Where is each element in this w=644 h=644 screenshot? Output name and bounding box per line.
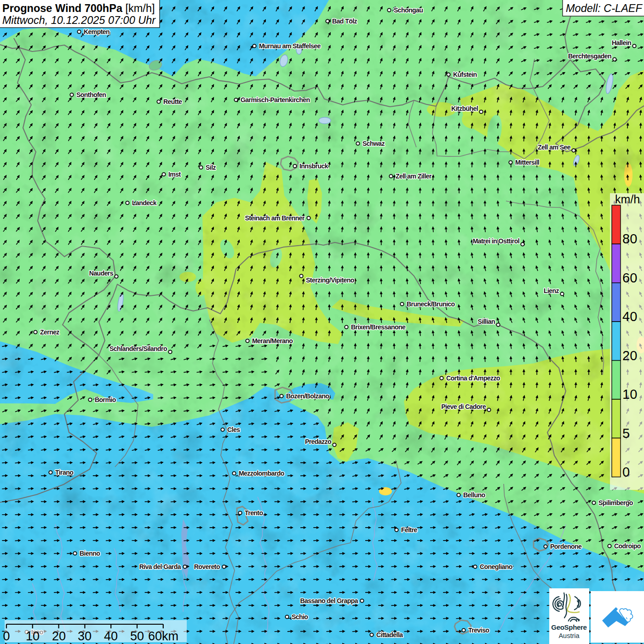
svg-text:Feltre: Feltre [401,526,418,534]
svg-text:50: 50 [130,629,144,643]
svg-text:Spilimbergo: Spilimbergo [598,499,633,506]
svg-text:Predazzo: Predazzo [305,438,331,445]
svg-text:Mittersill: Mittersill [515,159,539,166]
svg-text:Landeck: Landeck [132,199,157,207]
svg-text:60: 60 [622,270,637,285]
svg-text:Kitzbühel: Kitzbühel [451,105,478,112]
svg-text:0: 0 [622,465,630,479]
svg-text:Sonthofen: Sonthofen [76,91,106,98]
svg-text:Murnau am Staffelsee: Murnau am Staffelsee [259,42,321,50]
svg-text:Silz: Silz [206,164,216,171]
svg-text:Prognose Wind 700hPa [km/h]: Prognose Wind 700hPa [km/h] [2,2,155,14]
svg-text:Meran/Merano: Meran/Merano [252,337,293,345]
svg-text:Zernez: Zernez [40,328,59,336]
svg-text:Sillian: Sillian [478,318,495,325]
svg-text:Pieve di Cadore: Pieve di Cadore [441,403,486,410]
svg-text:Conegliano: Conegliano [480,563,512,570]
svg-text:Schlanders/Silandro: Schlanders/Silandro [109,345,167,352]
svg-text:Matrei in Osttirol: Matrei in Osttirol [473,237,519,245]
svg-text:Trento: Trento [245,509,263,517]
svg-text:Bienno: Bienno [80,550,100,557]
svg-text:20: 20 [622,348,637,363]
svg-text:Schio: Schio [292,613,308,621]
svg-text:Imst: Imst [168,171,181,178]
svg-text:Pordenone: Pordenone [550,543,582,550]
svg-text:Schongau: Schongau [394,6,423,14]
svg-text:10: 10 [622,387,637,402]
svg-text:Rovereto: Rovereto [194,563,220,570]
svg-text:Bassano del Grappa: Bassano del Grappa [300,597,358,604]
svg-text:Mezzolombardo: Mezzolombardo [239,470,284,477]
svg-text:30: 30 [78,629,92,643]
svg-text:0: 0 [3,629,10,643]
svg-text:Bozen/Bolzano: Bozen/Bolzano [286,392,329,400]
svg-text:Modell: C-LAEF: Modell: C-LAEF [566,2,643,14]
svg-text:Berchtesgaden: Berchtesgaden [568,52,611,60]
svg-text:Riva del Garda: Riva del Garda [139,563,181,570]
svg-text:GeoSphere: GeoSphere [551,623,586,631]
svg-text:Zell am Ziller: Zell am Ziller [396,172,432,180]
svg-text:60km: 60km [148,629,178,643]
svg-text:Kempten: Kempten [84,28,109,35]
svg-text:Hallein: Hallein [612,39,631,46]
svg-text:Treviso: Treviso [468,627,489,634]
svg-text:20: 20 [52,629,66,643]
svg-text:5: 5 [622,426,630,441]
svg-text:Cortina d'Ampezzo: Cortina d'Ampezzo [446,374,500,382]
svg-text:Bad Tölz: Bad Tölz [332,17,357,25]
svg-text:Belluno: Belluno [463,491,485,499]
svg-text:Nauders: Nauders [89,270,114,277]
svg-text:Austria: Austria [558,632,580,639]
svg-text:40: 40 [622,309,637,324]
svg-text:Cles: Cles [227,426,240,433]
svg-text:Kufstein: Kufstein [453,71,477,78]
svg-text:Garmisch-Partenkirchen: Garmisch-Partenkirchen [241,96,310,104]
svg-text:Bruneck/Brunico: Bruneck/Brunico [407,300,455,308]
svg-text:Lienz: Lienz [544,287,559,294]
svg-text:Schwaz: Schwaz [362,140,385,147]
svg-text:Mittwoch, 10.12.2025 07:00 Uhr: Mittwoch, 10.12.2025 07:00 Uhr [2,14,156,26]
svg-text:Zell am See: Zell am See [538,144,571,151]
svg-text:Cittadella: Cittadella [376,631,403,638]
svg-text:Innsbruck: Innsbruck [299,162,328,170]
svg-text:40: 40 [104,629,118,643]
svg-text:km/h: km/h [615,193,640,206]
svg-text:10: 10 [26,629,40,643]
svg-text:Steinach am Brenner: Steinach am Brenner [245,214,305,222]
svg-text:Codroipo: Codroipo [614,542,641,550]
svg-text:80: 80 [622,231,637,246]
svg-text:Sterzing/Vipiteno: Sterzing/Vipiteno [306,276,354,284]
svg-text:Bormio: Bormio [95,396,116,403]
svg-text:Brixen/Bressanone: Brixen/Bressanone [351,323,406,331]
svg-text:Reutte: Reutte [163,98,182,105]
svg-text:Tirano: Tirano [55,469,73,476]
